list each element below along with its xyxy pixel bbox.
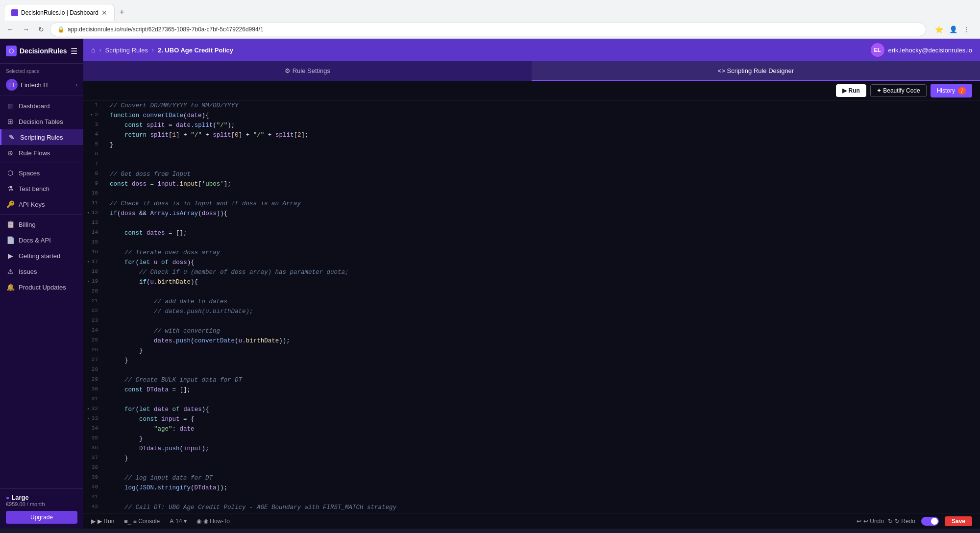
code-text-40[interactable]: log(JSON.stringify(DTdata)); <box>106 483 980 493</box>
code-text-5[interactable]: } <box>106 140 980 150</box>
upgrade-button[interactable]: Upgrade <box>6 511 77 524</box>
code-text-42[interactable]: // Call DT: UBO Age Credit Policy - AGE … <box>106 503 980 512</box>
code-text-1[interactable]: // Convert DD/MM/YYYY to MM/DD/YYYY <box>106 101 980 111</box>
code-text-27[interactable]: } <box>106 356 980 365</box>
sidebar-item-docs-api[interactable]: 📄 Docs & API <box>0 232 83 248</box>
menu-toggle[interactable]: ☰ <box>71 47 77 56</box>
run-status-button[interactable]: ▶ ▶ Run <box>91 518 114 525</box>
breadcrumb-scripting-rules[interactable]: Scripting Rules <box>105 47 147 54</box>
code-text-37[interactable]: } <box>106 454 980 463</box>
code-text-21[interactable]: // add date to dates <box>106 297 980 307</box>
sidebar-item-scripting-rules[interactable]: ✎ Scripting Rules <box>0 129 83 145</box>
sidebar-item-issues[interactable]: ⚠ Issues <box>0 264 83 279</box>
code-line-13: 13 <box>83 218 980 228</box>
code-text-8[interactable]: // Get doss from Input <box>106 170 980 179</box>
profile-button[interactable]: 👤 <box>947 24 959 35</box>
settings-button[interactable]: ⋮ <box>961 24 972 35</box>
browser-tab-active[interactable]: DecisionRules.io | Dashboard ✕ <box>4 4 115 21</box>
space-selector[interactable]: FI Fintech IT › <box>0 76 83 94</box>
code-editor[interactable]: 1 // Convert DD/MM/YYYY to MM/DD/YYYY ▾2… <box>83 101 980 513</box>
code-text-9[interactable]: const doss = input.input['ubos']; <box>106 179 980 189</box>
sidebar-item-dashboard[interactable]: ▦ Dashboard <box>0 98 83 114</box>
code-text-28[interactable] <box>106 365 980 375</box>
line-number-40: 40 <box>83 483 106 492</box>
code-text-35[interactable]: } <box>106 434 980 444</box>
refresh-button[interactable]: ↻ <box>35 24 47 35</box>
sidebar-item-decision-tables[interactable]: ⊞ Decision Tables <box>0 114 83 129</box>
code-text-7[interactable] <box>106 160 980 170</box>
code-text-20[interactable] <box>106 287 980 297</box>
code-text-34[interactable]: "age": date <box>106 424 980 434</box>
code-text-25[interactable]: dates.push(convertDate(u.birthDate)); <box>106 336 980 346</box>
sidebar-item-label: Getting started <box>19 252 60 260</box>
console-label: ≡ Console <box>133 518 160 525</box>
line-number-34: 34 <box>83 424 106 433</box>
code-text-6[interactable] <box>106 150 980 160</box>
tab-close-button[interactable]: ✕ <box>101 9 107 17</box>
code-line-39: 39 // log input data for DT <box>83 473 980 483</box>
history-button[interactable]: History 7 <box>931 84 972 97</box>
undo-button[interactable]: ↩ ↩ Undo <box>857 518 884 525</box>
howto-button[interactable]: ◉ ◉ How-To <box>196 518 230 525</box>
back-button[interactable]: ← <box>4 24 17 35</box>
sidebar-item-product-updates[interactable]: 🔔 Product Updates <box>0 279 83 295</box>
code-line-35: 35 } <box>83 434 980 444</box>
tab-rule-settings[interactable]: ⚙ Rule Settings <box>83 61 532 81</box>
home-icon[interactable]: ⌂ <box>91 46 95 54</box>
code-text-23[interactable] <box>106 316 980 326</box>
history-badge: 7 <box>958 87 966 95</box>
code-text-14[interactable]: const dates = []; <box>106 228 980 238</box>
font-size-button[interactable]: A 14 ▾ <box>170 518 187 525</box>
code-text-36[interactable]: DTdata.push(input); <box>106 444 980 454</box>
new-tab-button[interactable]: + <box>116 6 128 19</box>
top-bar: ⌂ › Scripting Rules › 2. UBO Age Credit … <box>83 39 980 61</box>
code-text-33[interactable]: const input = { <box>106 414 980 424</box>
sidebar-item-getting-started[interactable]: ▶ Getting started <box>0 248 83 264</box>
code-text-11[interactable]: // Check if doss is in Input and if doss… <box>106 199 980 209</box>
forward-button[interactable]: → <box>20 24 32 35</box>
code-text-4[interactable]: return split[1] + "/" + split[0] + "/" +… <box>106 130 980 140</box>
code-text-32[interactable]: for(let date of dates){ <box>106 405 980 414</box>
line-number-11: 11 <box>83 199 106 208</box>
rule-flows-icon: ⊕ <box>6 149 15 157</box>
code-text-38[interactable] <box>106 463 980 473</box>
scripting-rules-icon: ✎ <box>7 133 16 141</box>
code-text-3[interactable]: const split = date.split("/"); <box>106 121 980 130</box>
code-text-17[interactable]: for(let u of doss){ <box>106 258 980 267</box>
code-text-41[interactable] <box>106 493 980 503</box>
sidebar-item-rule-flows[interactable]: ⊕ Rule Flows <box>0 145 83 161</box>
code-text-26[interactable]: } <box>106 346 980 356</box>
redo-button[interactable]: ↻ ↻ Redo <box>888 518 915 525</box>
code-text-19[interactable]: if(u.birthDate){ <box>106 277 980 287</box>
code-text-15[interactable] <box>106 238 980 248</box>
code-text-24[interactable]: // with converting <box>106 326 980 336</box>
code-text-31[interactable] <box>106 395 980 405</box>
toggle-switch[interactable] <box>921 517 939 526</box>
code-text-29[interactable]: // Create BULK input data for DT <box>106 375 980 385</box>
code-text-10[interactable] <box>106 189 980 199</box>
line-number-21: 21 <box>83 297 106 306</box>
code-text-12[interactable]: if(doss && Array.isArray(doss)){ <box>106 209 980 218</box>
sidebar-item-spaces[interactable]: ⬡ Spaces <box>0 165 83 181</box>
sidebar-item-test-bench[interactable]: ⚗ Test bench <box>0 181 83 196</box>
toggle-thumb <box>931 518 938 525</box>
code-line-19: ▾19 if(u.birthDate){ <box>83 277 980 287</box>
code-text-2[interactable]: function convertDate(date){ <box>106 111 980 121</box>
save-button[interactable]: Save <box>945 516 972 526</box>
code-text-13[interactable] <box>106 218 980 228</box>
code-text-18[interactable]: // Check if u (member of doss array) has… <box>106 267 980 277</box>
console-button[interactable]: ≡_ ≡ Console <box>124 518 160 525</box>
code-text-30[interactable]: const DTdata = []; <box>106 385 980 395</box>
address-bar[interactable]: 🔒 app.decisionrules.io/rule/script/62d27… <box>50 23 926 36</box>
run-button[interactable]: ▶ Run <box>836 84 866 97</box>
user-initials: EL <box>874 47 881 53</box>
sidebar-item-api-keys[interactable]: 🔑 API Keys <box>0 196 83 212</box>
code-text-22[interactable]: // dates.push(u.birthDate); <box>106 307 980 316</box>
code-text-39[interactable]: // log input data for DT <box>106 473 980 483</box>
code-text-16[interactable]: // Iterate over doss array <box>106 248 980 258</box>
tab-scripting-rule-designer[interactable]: <> Scripting Rule Designer <box>532 61 980 81</box>
beautify-button[interactable]: ✦ Beautify Code <box>870 84 927 97</box>
sidebar-item-billing[interactable]: 📋 Billing <box>0 217 83 232</box>
extensions-button[interactable]: ⭐ <box>933 24 945 35</box>
line-number-16: 16 <box>83 248 106 257</box>
